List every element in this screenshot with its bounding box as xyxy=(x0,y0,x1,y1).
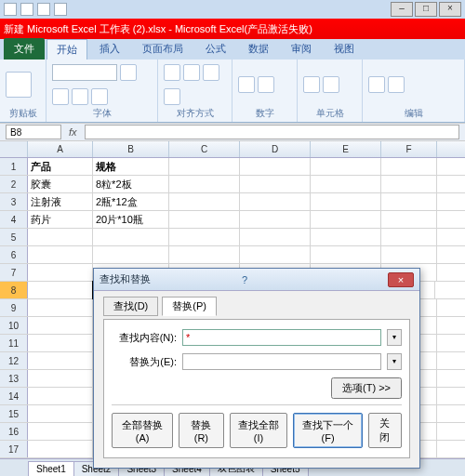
underline-icon[interactable] xyxy=(72,88,88,105)
row-header[interactable]: 7 xyxy=(0,264,28,281)
bold-icon[interactable] xyxy=(120,64,137,81)
cell-B1[interactable]: 规格 xyxy=(93,158,169,175)
dialog-help-icon[interactable]: ? xyxy=(242,274,384,285)
number-format-icon[interactable] xyxy=(238,76,255,93)
col-header-c[interactable]: C xyxy=(169,141,240,157)
cell-A13[interactable] xyxy=(28,370,93,387)
formula-input[interactable] xyxy=(85,125,459,139)
cell-D1[interactable] xyxy=(240,158,311,175)
tab-file[interactable]: 文件 xyxy=(4,38,45,60)
cell-E5[interactable] xyxy=(311,229,381,245)
cell-D5[interactable] xyxy=(240,229,311,245)
replace-button[interactable]: 替换(R) xyxy=(179,413,224,448)
cell-E2[interactable] xyxy=(311,176,381,192)
col-header-e[interactable]: E xyxy=(311,141,381,157)
redo-icon[interactable] xyxy=(54,3,67,16)
find-next-button[interactable]: 查找下一个(F) xyxy=(293,413,363,448)
cell-A14[interactable] xyxy=(28,388,93,404)
cell-D6[interactable] xyxy=(240,246,311,263)
row-header[interactable]: 14 xyxy=(0,388,28,404)
cell-A10[interactable] xyxy=(28,317,93,334)
cell-E1[interactable] xyxy=(311,158,381,175)
row-header[interactable]: 8 xyxy=(0,282,28,298)
row-header[interactable]: 17 xyxy=(0,441,28,457)
sum-icon[interactable] xyxy=(368,76,385,93)
row-header[interactable]: 13 xyxy=(0,370,28,387)
undo-icon[interactable] xyxy=(37,3,50,16)
cell-A11[interactable] xyxy=(28,335,93,351)
row-header[interactable]: 6 xyxy=(0,246,28,263)
cell-A1[interactable]: 产品 xyxy=(28,158,93,175)
col-header-f[interactable]: F xyxy=(381,141,437,157)
cell-F1[interactable] xyxy=(381,158,437,175)
minimize-button[interactable]: – xyxy=(391,2,413,17)
cell-F5[interactable] xyxy=(381,229,437,245)
select-all-corner[interactable] xyxy=(0,141,28,157)
cell-F6[interactable] xyxy=(381,246,437,263)
find-all-button[interactable]: 查找全部(I) xyxy=(230,413,288,448)
cell-A15[interactable] xyxy=(28,405,93,422)
row-header[interactable]: 16 xyxy=(0,423,28,440)
cell-A16[interactable] xyxy=(28,423,93,440)
find-icon[interactable] xyxy=(388,76,405,93)
cell-C5[interactable] xyxy=(169,229,240,245)
replace-dropdown-icon[interactable]: ▾ xyxy=(387,353,402,370)
cell-B4[interactable]: 20片*10瓶 xyxy=(93,211,169,228)
cell-B5[interactable] xyxy=(93,229,169,245)
cell-A17[interactable] xyxy=(28,441,93,457)
cell-A12[interactable] xyxy=(28,352,93,369)
percent-icon[interactable] xyxy=(258,76,274,93)
dialog-close-button[interactable]: × xyxy=(388,272,414,287)
fx-icon[interactable]: fx xyxy=(69,126,77,138)
format-icon[interactable] xyxy=(323,76,339,93)
tab-data[interactable]: 数据 xyxy=(238,38,279,60)
options-button[interactable]: 选项(T) >> xyxy=(331,377,402,399)
tab-review[interactable]: 审阅 xyxy=(281,38,322,60)
cell-D4[interactable] xyxy=(240,211,311,228)
cell-E6[interactable] xyxy=(311,246,381,263)
sheet-tab[interactable]: Sheet1 xyxy=(28,461,74,476)
row-header[interactable]: 1 xyxy=(0,158,28,175)
replace-input[interactable] xyxy=(182,353,381,370)
row-header[interactable]: 15 xyxy=(0,405,28,422)
name-box[interactable] xyxy=(6,125,61,139)
close-button[interactable]: × xyxy=(439,2,461,17)
cell-C6[interactable] xyxy=(169,246,240,263)
cell-C3[interactable] xyxy=(169,193,240,210)
find-input[interactable] xyxy=(182,329,381,346)
cell-D3[interactable] xyxy=(240,193,311,210)
paste-icon[interactable] xyxy=(6,72,32,98)
dialog-tab-find[interactable]: 查找(D) xyxy=(103,297,158,316)
cell-D2[interactable] xyxy=(240,176,311,192)
save-icon[interactable] xyxy=(20,3,33,16)
row-header[interactable]: 11 xyxy=(0,335,28,351)
insert-cell-icon[interactable] xyxy=(303,76,320,93)
tab-insert[interactable]: 插入 xyxy=(89,38,130,60)
cell-F2[interactable] xyxy=(381,176,437,192)
cell-F3[interactable] xyxy=(381,193,437,210)
col-header-a[interactable]: A xyxy=(28,141,93,157)
align-left-icon[interactable] xyxy=(164,64,180,81)
cell-E4[interactable] xyxy=(311,211,381,228)
cell-A3[interactable]: 注射液 xyxy=(28,193,93,210)
cell-C1[interactable] xyxy=(169,158,240,175)
cell-A4[interactable]: 药片 xyxy=(28,211,93,228)
row-header[interactable]: 10 xyxy=(0,317,28,334)
cell-E3[interactable] xyxy=(311,193,381,210)
col-header-b[interactable]: B xyxy=(93,141,169,157)
italic-icon[interactable] xyxy=(52,88,69,105)
row-header[interactable]: 2 xyxy=(0,176,28,192)
find-dropdown-icon[interactable]: ▾ xyxy=(387,329,402,346)
cell-A6[interactable] xyxy=(28,246,93,263)
row-header[interactable]: 9 xyxy=(0,299,28,316)
cell-C2[interactable] xyxy=(169,176,240,192)
cell-A5[interactable] xyxy=(28,229,93,245)
cell-A9[interactable] xyxy=(28,299,93,316)
cell-C4[interactable] xyxy=(169,211,240,228)
cell-A7[interactable] xyxy=(28,264,93,281)
row-header[interactable]: 12 xyxy=(0,352,28,369)
close-button[interactable]: 关闭 xyxy=(368,413,402,448)
replace-all-button[interactable]: 全部替换(A) xyxy=(112,413,173,448)
align-center-icon[interactable] xyxy=(183,64,200,81)
col-header-d[interactable]: D xyxy=(240,141,311,157)
